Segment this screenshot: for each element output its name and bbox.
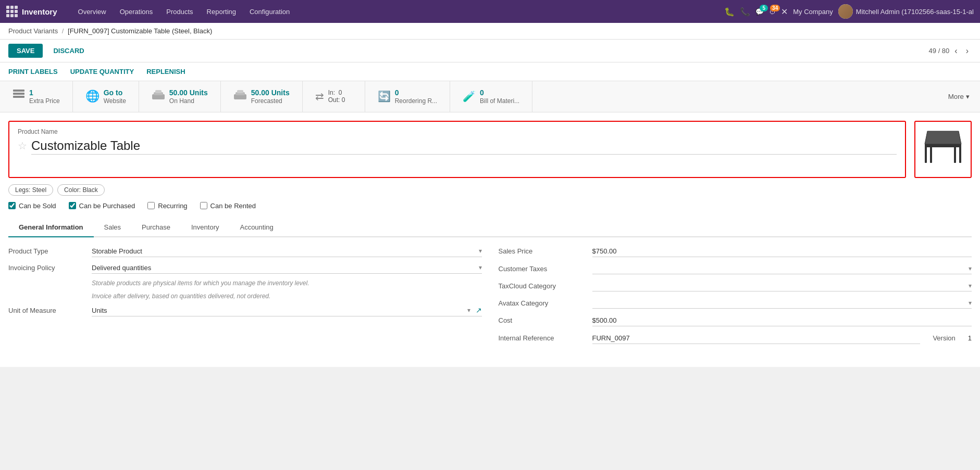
more-label: More — [948, 93, 964, 100]
hint1: Storable products are physical items for… — [92, 279, 482, 288]
company-name[interactable]: My Company — [793, 8, 833, 16]
customer-taxes-label: Customer Taxes — [499, 265, 592, 273]
more-chevron-icon: ▾ — [966, 93, 970, 100]
uom-link-icon[interactable]: ↗ — [476, 306, 482, 314]
sales-price-field[interactable]: $750.00 — [592, 246, 972, 257]
smart-btn-website[interactable]: 🌐 Go to Website — [73, 81, 139, 112]
avatax-field[interactable]: ▾ — [592, 298, 972, 309]
update-quantity-button[interactable]: UPDATE QUANTITY — [70, 66, 134, 78]
product-table-icon — [922, 129, 964, 170]
username: Mitchell Admin (17102566-saas-15-1-al — [856, 8, 974, 16]
replenish-button[interactable]: REPLENISH — [146, 66, 185, 78]
recurring-checkbox[interactable] — [147, 202, 155, 209]
tab-sales[interactable]: Sales — [94, 218, 132, 237]
can-be-rented-checkbox[interactable] — [200, 202, 207, 209]
bug-icon[interactable]: 🐛 — [724, 7, 735, 17]
uom-field[interactable]: Units ▾ ↗ — [92, 304, 482, 316]
form-body: Product Type Storable Product ▾ Invoicin… — [8, 237, 972, 359]
breadcrumb-separator: / — [62, 27, 64, 35]
hint2: Invoice after delivery, based on quantit… — [92, 292, 482, 301]
customer-taxes-field[interactable]: ▾ — [592, 263, 972, 274]
save-button[interactable]: SAVE — [8, 44, 43, 58]
product-name-field[interactable] — [31, 137, 897, 155]
smart-btn-extra-price[interactable]: 1 Extra Price — [0, 81, 73, 112]
menu-operations[interactable]: Operations — [114, 5, 159, 19]
svg-rect-13 — [954, 144, 956, 163]
uom-dropdown-icon: ▾ — [467, 307, 470, 314]
internal-ref-field[interactable]: FURN_0097 — [592, 333, 921, 344]
favorite-icon[interactable]: ☆ — [18, 139, 27, 152]
discard-button[interactable]: DISCARD — [47, 44, 90, 58]
can-be-purchased-checkbox[interactable] — [69, 202, 76, 209]
forecasted-icon — [233, 89, 247, 104]
tab-purchase[interactable]: Purchase — [131, 218, 181, 237]
customer-taxes-dropdown: ▾ — [969, 265, 972, 272]
cost-field[interactable]: $500.00 — [592, 315, 972, 326]
close-icon[interactable]: ✕ — [781, 7, 788, 17]
tab-accounting[interactable]: Accounting — [229, 218, 283, 237]
can-be-rented-label: Can be Rented — [210, 202, 256, 210]
checkbox-row: Can be Sold Can be Purchased Recurring C… — [8, 202, 972, 210]
website-icon: 🌐 — [85, 90, 100, 103]
invoicing-policy-field[interactable]: Delivered quantities ▾ — [92, 262, 482, 274]
tag-color[interactable]: Color: Black — [57, 184, 105, 196]
app-logo[interactable]: Inventory — [6, 6, 64, 17]
sales-price-label: Sales Price — [499, 247, 592, 255]
chat-count: 5 — [760, 5, 768, 11]
checkbox-can-be-sold[interactable]: Can be Sold — [8, 202, 56, 210]
uom-row: Unit of Measure Units ▾ ↗ — [8, 304, 482, 316]
taxcloud-row: TaxCloud Category ▾ — [499, 281, 972, 291]
product-image[interactable] — [914, 121, 972, 178]
recurring-label: Recurring — [158, 202, 187, 210]
checkbox-recurring[interactable]: Recurring — [147, 202, 187, 210]
checkbox-can-be-purchased[interactable]: Can be Purchased — [69, 202, 135, 210]
refresh-badge[interactable]: ⏱ 34 — [769, 8, 776, 16]
menu-configuration[interactable]: Configuration — [243, 5, 296, 19]
smart-btn-bom[interactable]: 🧪 0 Bill of Materi... — [450, 81, 532, 112]
svg-rect-10 — [925, 144, 927, 163]
tab-inventory[interactable]: Inventory — [181, 218, 229, 237]
user-menu[interactable]: Mitchell Admin (17102566-saas-15-1-al — [838, 4, 974, 19]
refresh-count: 34 — [770, 5, 780, 11]
smart-btn-more[interactable]: More ▾ — [938, 81, 980, 112]
svg-rect-1 — [13, 93, 24, 95]
pagination-prev[interactable]: ‹ — [951, 45, 960, 57]
breadcrumb-parent[interactable]: Product Variants — [8, 27, 58, 35]
reordering-text: 0 Reordering R... — [395, 88, 437, 105]
can-be-purchased-label: Can be Purchased — [79, 202, 135, 210]
smart-btn-reordering[interactable]: 🔄 0 Reordering R... — [365, 81, 450, 112]
print-labels-button[interactable]: PRINT LABELS — [8, 66, 58, 78]
topnav: Inventory Overview Operations Products R… — [0, 0, 980, 23]
app-name: Inventory — [22, 7, 57, 16]
customer-taxes-row: Customer Taxes ▾ — [499, 263, 972, 274]
menu-products[interactable]: Products — [160, 5, 199, 19]
tag-legs[interactable]: Legs: Steel — [8, 184, 53, 196]
checkbox-can-be-rented[interactable]: Can be Rented — [200, 202, 256, 210]
can-be-sold-label: Can be Sold — [19, 202, 56, 210]
product-type-value: Storable Product — [92, 247, 142, 255]
smart-btn-forecasted[interactable]: 50.00 Units Forecasted — [221, 81, 303, 112]
menu-overview[interactable]: Overview — [72, 5, 113, 19]
breadcrumb-current: [FURN_0097] Customizable Table (Steel, B… — [68, 27, 212, 35]
avatax-label: Avatax Category — [499, 299, 592, 307]
tab-general[interactable]: General Information — [8, 218, 94, 237]
breadcrumb: Product Variants / [FURN_0097] Customiza… — [0, 23, 980, 40]
cost-row: Cost $500.00 — [499, 315, 972, 326]
topnav-menu: Overview Operations Products Reporting C… — [72, 5, 723, 19]
can-be-sold-checkbox[interactable] — [8, 202, 16, 209]
bom-text: 0 Bill of Materi... — [480, 88, 519, 105]
chat-badge[interactable]: 💬 5 — [755, 8, 764, 16]
pagination: 49 / 80 ‹ › — [929, 45, 972, 57]
smart-btn-transfers[interactable]: ⇄ In: 0 Out: 0 — [303, 81, 365, 112]
menu-reporting[interactable]: Reporting — [201, 5, 242, 19]
invoicing-policy-row: Invoicing Policy Delivered quantities ▾ — [8, 262, 482, 274]
product-type-field[interactable]: Storable Product ▾ — [92, 246, 482, 257]
pagination-next[interactable]: › — [963, 45, 972, 57]
internal-ref-value: FURN_0097 — [592, 334, 630, 342]
phone-icon[interactable]: 📞 — [740, 7, 750, 17]
invoicing-policy-value: Delivered quantities — [92, 264, 151, 272]
invoicing-policy-label: Invoicing Policy — [8, 264, 92, 272]
sales-price-value: $750.00 — [592, 247, 617, 255]
taxcloud-field[interactable]: ▾ — [592, 281, 972, 291]
smart-btn-on-hand[interactable]: 50.00 Units On Hand — [139, 81, 221, 112]
